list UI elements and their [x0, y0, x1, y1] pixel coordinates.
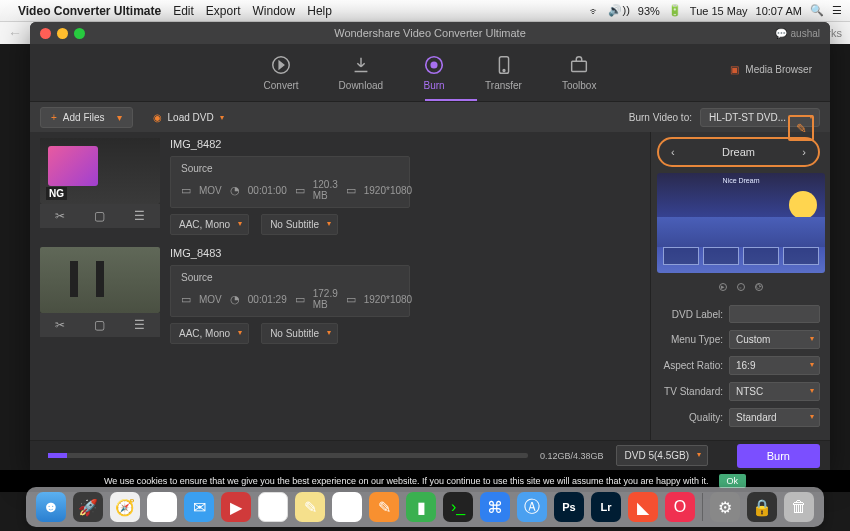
dock-wondershare[interactable]: ▶ [221, 492, 251, 522]
burn-icon [423, 54, 445, 76]
dock-app[interactable]: ⌘ [480, 492, 510, 522]
menu-edit[interactable]: Edit [173, 4, 194, 18]
dock-notes[interactable]: ✎ [295, 492, 325, 522]
main-tabs: Convert Download Burn Transfer Toolbox ▣… [30, 44, 830, 102]
dock-launchpad[interactable]: 🚀 [73, 492, 103, 522]
tab-convert[interactable]: Convert [264, 54, 299, 91]
folder-icon: ▭ [295, 184, 305, 197]
quality-select[interactable]: Standard [729, 408, 820, 427]
pager-dot[interactable]: ◦ [737, 283, 745, 291]
effects-icon[interactable]: ☰ [134, 209, 145, 223]
trim-icon[interactable]: ✂ [55, 209, 65, 223]
crop-icon[interactable]: ▢ [94, 209, 105, 223]
svg-point-4 [503, 70, 505, 72]
minimize-window-icon[interactable] [57, 28, 68, 39]
tv-standard-label: TV Standard: [661, 386, 723, 397]
dock-numbers[interactable]: ▮ [406, 492, 436, 522]
tv-standard-select[interactable]: NTSC [729, 382, 820, 401]
menubar-time[interactable]: 10:07 AM [756, 5, 802, 17]
subtitle-select[interactable]: No Subtitle [261, 214, 338, 235]
secondary-toolbar: + Add Files ▾ ◉ Load DVD ▾ Burn Video to… [30, 102, 830, 132]
dock-lightroom[interactable]: Lr [591, 492, 621, 522]
menu-window[interactable]: Window [253, 4, 296, 18]
maximize-window-icon[interactable] [74, 28, 85, 39]
trim-icon[interactable]: ✂ [55, 318, 65, 332]
dock-terminal[interactable]: ›_ [443, 492, 473, 522]
clip-row: ✂ ▢ ☰ IMG_8483 Source ▭MOV ◔00:01:29 ▭17… [30, 241, 650, 350]
menubar-app-name[interactable]: Video Converter Ultimate [18, 4, 161, 18]
burn-button[interactable]: Burn [737, 444, 820, 468]
tab-transfer[interactable]: Transfer [485, 54, 522, 91]
capacity-bar [48, 453, 528, 458]
dock-chrome[interactable]: ◉ [147, 492, 177, 522]
clip-name: IMG_8482 [170, 138, 640, 150]
subtitle-select[interactable]: No Subtitle [261, 323, 338, 344]
chevron-down-icon: ▾ [117, 112, 122, 123]
account-label[interactable]: 💬 aushal [775, 28, 820, 39]
dock: ☻ 🚀 🧭 ◉ ✉ ▶ 15 ✎ ☰ ✎ ▮ ›_ ⌘ Ⓐ Ps Lr ◣ O … [26, 487, 824, 527]
wifi-icon[interactable]: ᯤ [589, 5, 600, 17]
dock-finder[interactable]: ☻ [36, 492, 66, 522]
edit-template-button[interactable]: ✎ [788, 115, 814, 141]
chevron-down-icon: ▾ [220, 113, 224, 122]
menu-help[interactable]: Help [307, 4, 332, 18]
audio-select[interactable]: AAC, Mono [170, 214, 249, 235]
tab-burn[interactable]: Burn [423, 54, 445, 91]
clock-icon: ◔ [230, 293, 240, 306]
menu-preview[interactable]: Nice Dream [657, 173, 825, 273]
resolution-icon: ▭ [346, 184, 356, 197]
dock-lock[interactable]: 🔒 [747, 492, 777, 522]
pager-dot[interactable]: ▸ [719, 283, 727, 291]
dock-photoshop[interactable]: Ps [554, 492, 584, 522]
source-label: Source [181, 272, 399, 283]
dock-settings[interactable]: ⚙ [710, 492, 740, 522]
dvd-label-input[interactable] [729, 305, 820, 323]
capacity-text: 0.12GB/4.38GB [540, 451, 604, 461]
file-icon: ▭ [181, 184, 191, 197]
transfer-icon [493, 54, 515, 76]
tab-toolbox[interactable]: Toolbox [562, 54, 596, 91]
menubar-date[interactable]: Tue 15 May [690, 5, 748, 17]
dock-reminders[interactable]: ☰ [332, 492, 362, 522]
media-browser-icon: ▣ [730, 64, 739, 75]
dock-opera[interactable]: O [665, 492, 695, 522]
close-window-icon[interactable] [40, 28, 51, 39]
cookie-ok-button[interactable]: Ok [719, 474, 747, 488]
dock-brave[interactable]: ◣ [628, 492, 658, 522]
dock-calendar[interactable]: 15 [258, 492, 288, 522]
clip-thumbnail[interactable] [40, 247, 160, 313]
download-icon [350, 54, 372, 76]
search-icon[interactable]: 🔍 [810, 4, 824, 17]
tab-download[interactable]: Download [339, 54, 383, 91]
dock-appstore[interactable]: Ⓐ [517, 492, 547, 522]
menu-export[interactable]: Export [206, 4, 241, 18]
dock-pages[interactable]: ✎ [369, 492, 399, 522]
aspect-ratio-label: Aspect Ratio: [661, 360, 723, 371]
convert-icon [270, 54, 292, 76]
aspect-ratio-select[interactable]: 16:9 [729, 356, 820, 375]
quality-label: Quality: [661, 412, 723, 423]
clip-thumbnail[interactable] [40, 138, 160, 204]
dock-trash[interactable]: 🗑 [784, 492, 814, 522]
preview-pager[interactable]: ▸ ◦ ⟳ [651, 283, 830, 291]
dock-safari[interactable]: 🧭 [110, 492, 140, 522]
add-files-button[interactable]: + Add Files ▾ [40, 107, 133, 128]
load-dvd-button[interactable]: ◉ Load DVD ▾ [143, 108, 234, 127]
volume-icon[interactable]: 🔊)) [608, 4, 629, 17]
audio-select[interactable]: AAC, Mono [170, 323, 249, 344]
svg-rect-5 [572, 61, 587, 71]
media-browser-link[interactable]: ▣ Media Browser [730, 64, 812, 75]
dock-mail[interactable]: ✉ [184, 492, 214, 522]
pager-dot[interactable]: ⟳ [755, 283, 763, 291]
dvd-settings: DVD Label: Menu Type: Custom Aspect Rati… [651, 299, 830, 433]
clip-name: IMG_8483 [170, 247, 640, 259]
menu-type-select[interactable]: Custom [729, 330, 820, 349]
effects-icon[interactable]: ☰ [134, 318, 145, 332]
prev-template-icon[interactable]: ‹ [671, 146, 675, 158]
back-arrow-icon[interactable]: ← [8, 25, 22, 41]
menu-extras-icon[interactable]: ☰ [832, 4, 842, 17]
next-template-icon[interactable]: › [802, 146, 806, 158]
crop-icon[interactable]: ▢ [94, 318, 105, 332]
menu-type-label: Menu Type: [661, 334, 723, 345]
disc-type-select[interactable]: DVD 5(4.5GB) [616, 445, 708, 466]
